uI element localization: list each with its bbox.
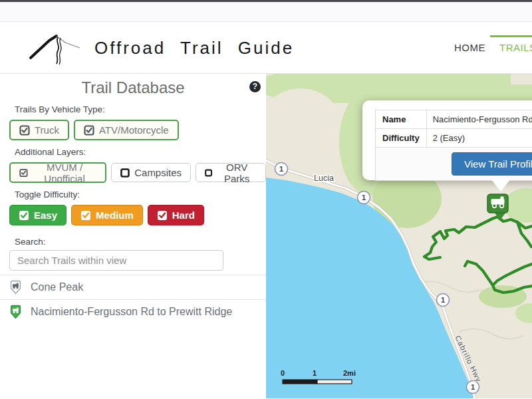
atv-motorcycle-toggle-button[interactable]: ATV/Motorcycle <box>74 120 179 140</box>
app-window: Offroad Trail Guide HOME TRAILS & Trail … <box>0 0 532 399</box>
route-badge-label: 1 <box>279 165 283 173</box>
layer-buttons: MVUM / Unofficial Campsites ORV Parks <box>9 162 266 183</box>
scale-start-label: 0 <box>281 369 285 377</box>
mountain-trail-logo-icon <box>27 30 88 66</box>
toggle-difficulty-label: Toggle Difficulty: <box>15 190 266 200</box>
panel-title: Trail Database <box>0 78 266 98</box>
content-area: Trail Database ? Trails By Vehicle Type:… <box>0 74 532 398</box>
trail-item-label: Cone Peak <box>31 281 83 293</box>
trail-results-list: Cone Peak Nacimiento-Fergusson Rd to Pre… <box>0 275 266 324</box>
trail-list-item-cone-peak[interactable]: Cone Peak <box>0 275 266 299</box>
table-row: View Trail Profile <box>376 148 532 181</box>
main-nav: HOME TRAILS & <box>454 22 532 73</box>
search-input[interactable] <box>9 250 223 271</box>
difficulty-buttons: Easy Medium Hard <box>9 205 266 225</box>
vehicle-type-label: Trails By Vehicle Type: <box>15 104 266 114</box>
hard-difficulty-label: Hard <box>172 209 195 221</box>
trail-list-item-nacimiento[interactable]: Nacimiento-Fergusson Rd to Prewitt Ridge <box>0 299 266 324</box>
campsites-layer-toggle-button[interactable]: Campsites <box>111 163 191 182</box>
gray-truck-pin-icon <box>9 280 22 295</box>
easy-difficulty-toggle-button[interactable]: Easy <box>9 205 66 225</box>
orv-parks-layer-label: ORV Parks <box>217 162 257 184</box>
help-icon[interactable]: ? <box>249 81 261 92</box>
checked-checkbox-icon <box>157 210 168 221</box>
checked-checkbox-icon <box>19 168 28 178</box>
trail-database-panel: Trail Database ? Trails By Vehicle Type:… <box>0 74 266 398</box>
checked-checkbox-icon <box>80 210 91 221</box>
campsites-layer-label: Campsites <box>134 167 182 178</box>
additional-layers-label: Additional Layers: <box>15 147 266 157</box>
route-badge-label: 1 <box>441 296 445 304</box>
scale-end-label: 2mi <box>343 369 356 377</box>
brand-logo[interactable]: Offroad Trail Guide <box>27 30 294 66</box>
trail-info-table: Name Nacimiento-Fergusson Rd to Prewitt … <box>375 110 532 181</box>
orv-parks-layer-toggle-button[interactable]: ORV Parks <box>196 163 266 182</box>
truck-toggle-label: Truck <box>35 124 59 136</box>
medium-difficulty-toggle-button[interactable]: Medium <box>71 205 143 225</box>
active-nav-indicator <box>490 35 532 37</box>
route-badge-label: 1 <box>362 194 366 201</box>
site-header: Offroad Trail Guide HOME TRAILS & <box>0 22 532 74</box>
table-row: Name Nacimiento-Fergusson Rd to Prewitt … <box>376 110 532 129</box>
mvum-layer-label: MVUM / Unofficial <box>33 162 96 184</box>
green-truck-pin-icon <box>9 305 22 320</box>
nav-item-trails[interactable]: TRAILS & <box>499 42 532 53</box>
checked-checkbox-icon <box>19 210 29 221</box>
popup-pointer-tail <box>491 179 511 192</box>
unchecked-checkbox-icon <box>120 168 130 178</box>
nav-item-home[interactable]: HOME <box>454 42 485 53</box>
view-trail-profile-button[interactable]: View Trail Profile <box>452 152 532 176</box>
easy-difficulty-label: Easy <box>34 209 57 221</box>
search-label: Search: <box>15 237 266 247</box>
hard-difficulty-toggle-button[interactable]: Hard <box>148 205 204 225</box>
scale-mid-label: 1 <box>313 369 317 377</box>
town-label-lucia: Lucia <box>314 174 334 183</box>
button-cell: View Trail Profile <box>376 148 532 181</box>
mvum-layer-toggle-button[interactable]: MVUM / Unofficial <box>9 162 106 183</box>
browser-sub-bar <box>0 2 532 22</box>
trail-info-popup: Name Nacimiento-Fergusson Rd to Prewitt … <box>362 100 532 180</box>
route-badge-label: 1 <box>471 383 475 391</box>
unchecked-checkbox-icon <box>205 168 212 178</box>
table-row: Difficulty 2 (Easy) <box>376 129 532 148</box>
difficulty-row-header: Difficulty <box>376 129 427 148</box>
map-canvas[interactable]: 1 1 1 1 Lucia Cabrillo Hwy <box>266 74 532 398</box>
checked-checkbox-icon <box>84 125 94 136</box>
name-row-value: Nacimiento-Fergusson Rd to Prewitt Ridge <box>426 110 532 129</box>
medium-difficulty-label: Medium <box>96 209 134 221</box>
atv-motorcycle-toggle-label: ATV/Motorcycle <box>99 124 169 136</box>
checked-checkbox-icon <box>19 125 30 136</box>
truck-toggle-button[interactable]: Truck <box>9 120 69 140</box>
difficulty-row-value: 2 (Easy) <box>426 129 532 148</box>
trail-item-label: Nacimiento-Fergusson Rd to Prewitt Ridge <box>31 306 232 318</box>
vehicle-type-buttons: Truck ATV/Motorcycle <box>9 120 266 140</box>
brand-title: Offroad Trail Guide <box>94 38 294 59</box>
name-row-header: Name <box>376 110 427 129</box>
